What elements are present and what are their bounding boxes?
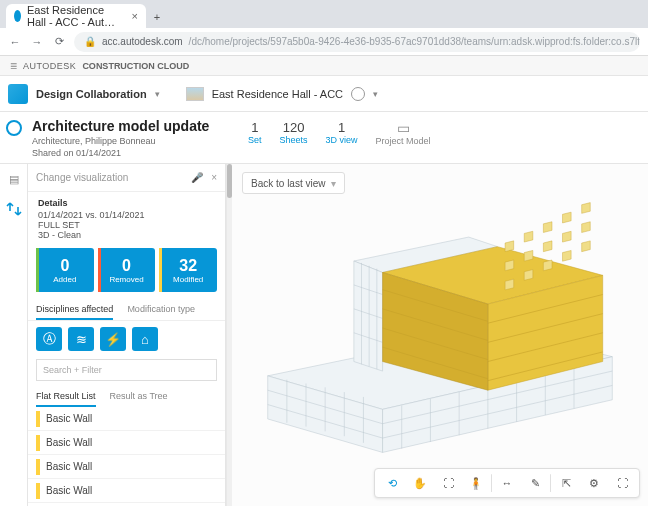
subtab-modtype[interactable]: Modification type [127, 300, 195, 320]
list-item[interactable]: Basic Wall [28, 479, 225, 503]
content: ▤ Change visualization 🎤 × Details 01/14… [0, 164, 648, 506]
settings-tool-icon[interactable]: ⚙ [581, 471, 607, 495]
details-view: 3D - Clean [38, 230, 215, 240]
mic-icon[interactable]: 🎤 [191, 172, 203, 183]
stat-sheets[interactable]: 120Sheets [280, 120, 308, 145]
svg-rect-51 [563, 250, 572, 261]
module-name[interactable]: Design Collaboration [36, 88, 147, 100]
fit-tool-icon[interactable]: ⛶ [435, 471, 461, 495]
svg-rect-45 [543, 241, 552, 252]
modified-marker-icon [36, 459, 40, 475]
close-tab-icon[interactable]: × [132, 10, 138, 22]
svg-rect-39 [524, 231, 533, 242]
title-block: Architecture model update Architecture, … [32, 118, 232, 158]
svg-rect-41 [563, 212, 572, 223]
module-icon [8, 84, 28, 104]
changes-panel: Change visualization 🎤 × Details 01/14/2… [28, 164, 226, 506]
forward-icon[interactable]: → [30, 36, 44, 48]
svg-rect-42 [582, 203, 591, 214]
disc-struct-icon[interactable]: ≋ [68, 327, 94, 351]
menu-icon[interactable]: ≡ [10, 59, 17, 73]
globe-icon[interactable] [351, 87, 365, 101]
brand-bar: ≡ AUTODESK CONSTRUCTION CLOUD [0, 56, 648, 76]
panel-title: Change visualization [36, 172, 128, 183]
url-path: /dc/home/projects/597a5b0a-9426-4e36-b93… [189, 36, 640, 47]
title-bar: Architecture model update Architecture, … [0, 112, 648, 164]
model-rendering [242, 194, 638, 462]
restab-tree[interactable]: Result as Tree [110, 387, 168, 407]
details-heading: Details [38, 198, 215, 208]
chevron-down-icon[interactable]: ▾ [155, 89, 160, 99]
search-filter-input[interactable]: Search + Filter [36, 359, 217, 381]
title-subline: Architecture, Philippe Bonneau [32, 136, 232, 146]
close-panel-icon[interactable]: × [211, 172, 217, 183]
browser-tabstrip: East Residence Hall - ACC - Aut… × + [0, 0, 648, 28]
url-field[interactable]: 🔒 acc.autodesk.com/dc/home/projects/597a… [74, 32, 640, 52]
title-shared: Shared on 01/14/2021 [32, 148, 232, 158]
explode-tool-icon[interactable]: ⇱ [553, 471, 579, 495]
result-tabs: Flat Result List Result as Tree [28, 387, 225, 407]
orbit-tool-icon[interactable]: ⟲ [379, 471, 405, 495]
page-title: Architecture model update [32, 118, 232, 134]
lock-icon: 🔒 [84, 36, 96, 47]
project-thumb-icon [186, 87, 204, 101]
app-bar: Design Collaboration ▾ East Residence Ha… [0, 76, 648, 112]
browser-tab[interactable]: East Residence Hall - ACC - Aut… × [6, 4, 146, 28]
browser-urlbar: ← → ⟳ 🔒 acc.autodesk.com/dc/home/project… [0, 28, 648, 56]
list-item[interactable]: Basic Wall [28, 407, 225, 431]
svg-rect-47 [582, 222, 591, 233]
summary-stats: 1Set 120Sheets 13D view ▭ Project Model [248, 120, 431, 146]
count-removed[interactable]: 0Removed [98, 248, 156, 292]
left-rail: ▤ [0, 164, 28, 506]
new-tab-button[interactable]: + [146, 6, 168, 28]
details-set: FULL SET [38, 220, 215, 230]
count-modified[interactable]: 32Modified [159, 248, 217, 292]
result-list[interactable]: Basic Wall Basic Wall Basic Wall Basic W… [28, 407, 225, 506]
status-ring-icon [6, 120, 22, 136]
count-added[interactable]: 0Added [36, 248, 94, 292]
measure-tool-icon[interactable]: ↔ [494, 471, 520, 495]
disc-mech-icon[interactable]: ⌂ [132, 327, 158, 351]
svg-rect-46 [563, 231, 572, 242]
walk-tool-icon[interactable]: 🧍 [463, 471, 489, 495]
modified-marker-icon [36, 411, 40, 427]
stat-projectmodel[interactable]: ▭ Project Model [376, 120, 431, 146]
list-item[interactable]: Basic Wall [28, 431, 225, 455]
pan-tool-icon[interactable]: ✋ [407, 471, 433, 495]
svg-rect-52 [582, 241, 591, 252]
back-to-last-view-button[interactable]: Back to last view ▾ [242, 172, 345, 194]
fullscreen-tool-icon[interactable]: ⛶ [609, 471, 635, 495]
viewer-toolbar: ⟲ ✋ ⛶ 🧍 ↔ ✎ ⇱ ⚙ ⛶ [374, 468, 640, 498]
rail-summary-icon[interactable]: ▤ [5, 170, 23, 188]
subtab-disciplines[interactable]: Disciplines affected [36, 300, 113, 320]
favicon-icon [14, 10, 21, 22]
svg-marker-20 [354, 261, 383, 371]
change-counts: 0Added 0Removed 32Modified [28, 244, 225, 300]
stat-3dview[interactable]: 13D view [326, 120, 358, 145]
details-dates: 01/14/2021 vs. 01/14/2021 [38, 210, 215, 220]
project-name[interactable]: East Residence Hall - ACC [212, 88, 343, 100]
panel-subtabs: Disciplines affected Modification type [28, 300, 225, 321]
model-viewer[interactable]: Back to last view ▾ [232, 164, 648, 506]
cube-icon: ▭ [376, 120, 431, 136]
stat-set[interactable]: 1Set [248, 120, 262, 145]
list-item[interactable]: Basic Wall [28, 455, 225, 479]
markup-tool-icon[interactable]: ✎ [522, 471, 548, 495]
svg-rect-38 [505, 241, 514, 252]
modified-marker-icon [36, 483, 40, 499]
back-icon[interactable]: ← [8, 36, 22, 48]
svg-rect-40 [543, 222, 552, 233]
project-chevron-down-icon[interactable]: ▾ [373, 89, 378, 99]
disc-arch-icon[interactable]: Ⓐ [36, 327, 62, 351]
disc-elec-icon[interactable]: ⚡ [100, 327, 126, 351]
restab-flat[interactable]: Flat Result List [36, 387, 96, 407]
rail-changes-icon[interactable] [5, 200, 23, 218]
discipline-icons: Ⓐ ≋ ⚡ ⌂ [28, 321, 225, 357]
toolbar-separator [491, 474, 492, 492]
tab-title: East Residence Hall - ACC - Aut… [27, 4, 126, 28]
brand-product: CONSTRUCTION CLOUD [82, 61, 189, 71]
panel-details: Details 01/14/2021 vs. 01/14/2021 FULL S… [28, 192, 225, 244]
modified-marker-icon [36, 435, 40, 451]
reload-icon[interactable]: ⟳ [52, 35, 66, 48]
search-placeholder: Search + Filter [43, 365, 102, 375]
